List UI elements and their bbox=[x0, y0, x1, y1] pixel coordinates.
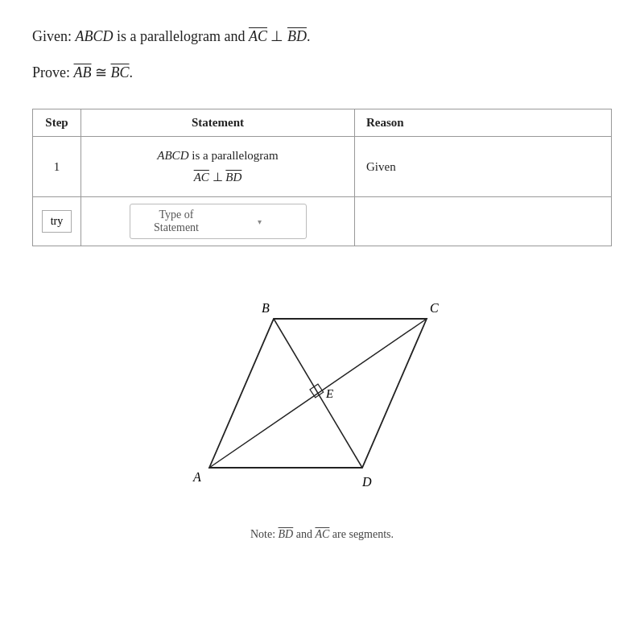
given-prefix: Given: bbox=[32, 28, 72, 44]
vertex-a-label: A bbox=[192, 470, 201, 484]
col-header-reason: Reason bbox=[355, 109, 612, 137]
vertex-d-label: D bbox=[361, 475, 372, 489]
note-section: Note: BD and AC are segments. bbox=[32, 528, 612, 541]
table-row: 1 ABCD is a parallelogram AC ⊥ BD Given bbox=[33, 137, 612, 197]
step-number: 1 bbox=[33, 137, 81, 197]
diagonal-bd bbox=[274, 319, 362, 468]
vertex-b-label: B bbox=[262, 301, 270, 315]
note-text: BD and AC are segments. bbox=[279, 528, 394, 540]
statement-cell: ABCD is a parallelogram AC ⊥ BD bbox=[81, 137, 355, 197]
prove-section: Prove: AB ≅ BC. bbox=[32, 60, 612, 85]
dropdown-cell[interactable]: Type of Statement ▾ bbox=[81, 197, 355, 246]
vertex-c-label: C bbox=[430, 301, 439, 315]
proof-table: Step Statement Reason 1 ABCD is a parall… bbox=[32, 109, 612, 246]
given-description: ABCD is a parallelogram and AC ⊥ BD. bbox=[76, 28, 311, 44]
diagram-container: B C A D E bbox=[32, 262, 612, 512]
try-row: try Type of Statement ▾ bbox=[33, 197, 612, 246]
reason-cell: Given bbox=[355, 137, 612, 197]
col-header-statement: Statement bbox=[81, 109, 355, 137]
note-prefix: Note: bbox=[250, 528, 275, 540]
statement-line2: AC ⊥ BD bbox=[93, 167, 343, 188]
given-section: Given: ABCD is a parallelogram and AC ⊥ … bbox=[32, 24, 612, 49]
parallelogram-diagram: B C A D E bbox=[169, 262, 475, 512]
prove-statement: AB ≅ BC. bbox=[74, 64, 134, 80]
vertex-e-label: E bbox=[325, 387, 333, 400]
prove-prefix: Prove: bbox=[32, 64, 70, 80]
col-header-step: Step bbox=[33, 109, 81, 137]
dropdown-placeholder: Type of Statement bbox=[138, 208, 215, 234]
dropdown-arrow-icon: ▾ bbox=[221, 217, 298, 226]
try-cell: try bbox=[33, 197, 81, 246]
statement-line1: ABCD is a parallelogram bbox=[93, 145, 343, 167]
try-button[interactable]: try bbox=[42, 210, 72, 233]
type-of-statement-dropdown[interactable]: Type of Statement ▾ bbox=[130, 204, 307, 239]
empty-reason-cell bbox=[355, 197, 612, 246]
